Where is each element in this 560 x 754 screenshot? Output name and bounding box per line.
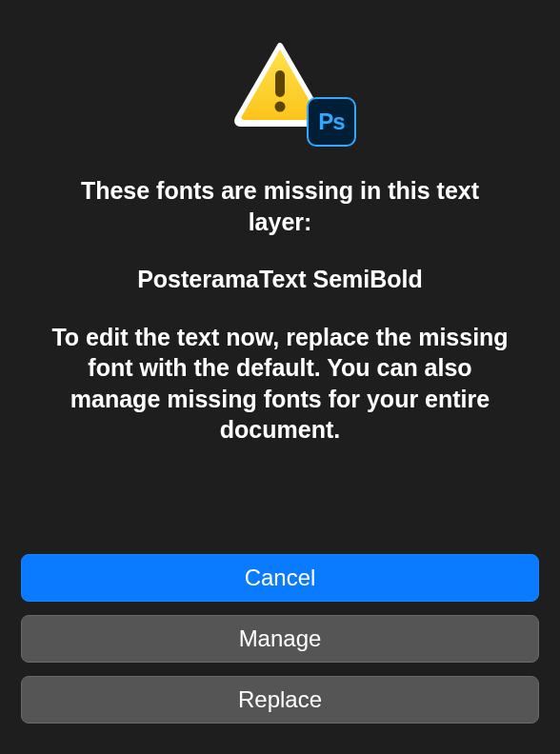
ps-badge-label: Ps [318,109,344,135]
photoshop-badge-icon: Ps [307,97,356,147]
dialog-heading: These fonts are missing in this text lay… [48,175,512,237]
dialog-icon-group: Ps [232,42,328,137]
missing-font-name: PosteramaText SemiBold [48,264,512,295]
dialog-instruction: To edit the text now, replace the missin… [48,322,512,446]
svg-rect-0 [275,70,285,97]
button-row: Cancel Manage Replace [19,554,541,731]
manage-button[interactable]: Manage [21,615,539,663]
svg-point-1 [275,102,286,112]
cancel-button[interactable]: Cancel [21,554,539,602]
dialog-message: These fonts are missing in this text lay… [19,166,541,554]
replace-button[interactable]: Replace [21,676,539,724]
